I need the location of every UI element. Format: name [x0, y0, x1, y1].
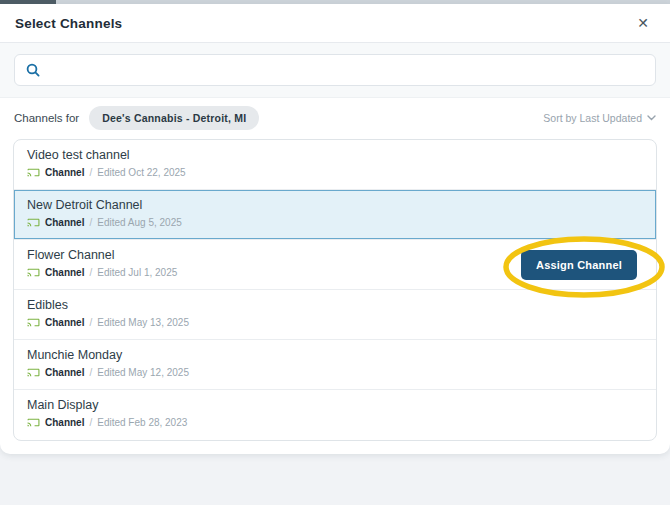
meta-separator: /: [89, 417, 92, 428]
cast-icon: [27, 216, 40, 229]
assign-channel-button[interactable]: Assign Channel: [521, 250, 637, 280]
edited-date: Edited May 13, 2025: [97, 317, 189, 328]
channel-name: New Detroit Channel: [27, 198, 643, 212]
search-input[interactable]: [49, 63, 645, 77]
close-icon: ✕: [637, 15, 649, 31]
channel-type-label: Channel: [45, 317, 84, 328]
chevron-down-icon: [647, 115, 656, 121]
channel-meta: Channel / Edited Oct 22, 2025: [27, 166, 643, 179]
channel-row[interactable]: Munchie Monday Channel / Edited May 12, …: [14, 340, 656, 390]
assign-channel-container: Assign Channel: [521, 250, 637, 280]
channel-name: Video test channel: [27, 148, 643, 162]
search-section: [0, 43, 670, 98]
channel-meta: Channel / Edited May 12, 2025: [27, 366, 643, 379]
search-box[interactable]: [14, 54, 656, 86]
channel-name: Munchie Monday: [27, 348, 643, 362]
meta-separator: /: [89, 217, 92, 228]
channel-meta: Channel / Edited Feb 28, 2023: [27, 416, 643, 429]
channel-type-label: Channel: [45, 367, 84, 378]
channel-name: Edibles: [27, 298, 643, 312]
cast-icon: [27, 316, 40, 329]
cast-icon: [27, 166, 40, 179]
edited-date: Edited May 12, 2025: [97, 367, 189, 378]
channels-for-row: Channels for Dee's Cannabis - Detroit, M…: [0, 98, 670, 138]
channel-type-label: Channel: [45, 217, 84, 228]
modal-title: Select Channels: [15, 16, 122, 31]
meta-separator: /: [89, 317, 92, 328]
edited-date: Edited Aug 5, 2025: [97, 217, 182, 228]
channel-row[interactable]: New Detroit Channel Channel / Edited Aug…: [14, 190, 656, 240]
edited-date: Edited Oct 22, 2025: [97, 167, 185, 178]
search-icon: [25, 62, 41, 78]
meta-separator: /: [89, 167, 92, 178]
channel-row[interactable]: Edibles Channel / Edited May 13, 2025: [14, 290, 656, 340]
channel-row[interactable]: Flower Channel Channel / Edited Jul 1, 2…: [14, 240, 656, 290]
cast-icon: [27, 266, 40, 279]
channel-list: Video test channel Channel / Edited Oct …: [13, 139, 657, 441]
channel-row[interactable]: Main Display Channel / Edited Feb 28, 20…: [14, 390, 656, 440]
sort-dropdown[interactable]: Sort by Last Updated: [543, 112, 656, 124]
meta-separator: /: [89, 267, 92, 278]
channel-name: Main Display: [27, 398, 643, 412]
cast-icon: [27, 366, 40, 379]
edited-date: Edited Jul 1, 2025: [97, 267, 177, 278]
sort-label: Sort by Last Updated: [543, 112, 642, 124]
meta-separator: /: [89, 367, 92, 378]
account-chip[interactable]: Dee's Cannabis - Detroit, MI: [89, 106, 259, 130]
channel-type-label: Channel: [45, 167, 84, 178]
channel-row[interactable]: Video test channel Channel / Edited Oct …: [14, 140, 656, 190]
channel-meta: Channel / Edited May 13, 2025: [27, 316, 643, 329]
modal-header: Select Channels ✕: [0, 4, 670, 43]
cast-icon: [27, 416, 40, 429]
channels-for-label: Channels for: [14, 112, 79, 124]
channel-meta: Channel / Edited Aug 5, 2025: [27, 216, 643, 229]
select-channels-modal: Select Channels ✕ Channels for Dee's Can…: [0, 4, 670, 454]
channel-type-label: Channel: [45, 417, 84, 428]
close-button[interactable]: ✕: [631, 12, 655, 34]
channel-type-label: Channel: [45, 267, 84, 278]
edited-date: Edited Feb 28, 2023: [97, 417, 187, 428]
